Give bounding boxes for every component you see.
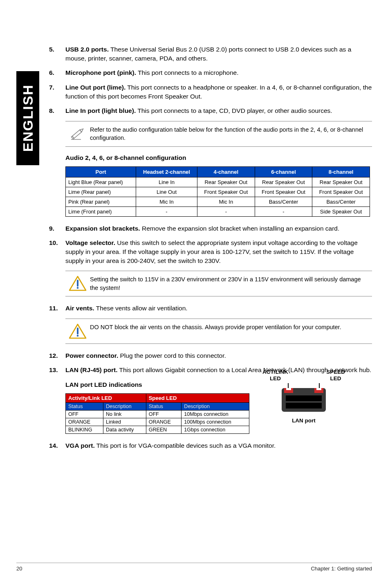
warning-icon: [65, 323, 90, 339]
lan-port-diagram: ACT/LINK LED SPEED LED: [261, 369, 347, 424]
speed-led-label: SPEED LED: [326, 369, 345, 382]
note-text: Refer to the audio configuration table b…: [90, 126, 372, 142]
svg-marker-1: [80, 128, 84, 132]
content-area: 5. USB 2.0 ports. These Universal Serial…: [49, 45, 372, 456]
note-audio-config: Refer to the audio configuration table b…: [65, 121, 372, 147]
page-footer: 20 Chapter 1: Getting started: [16, 563, 372, 572]
rj45-port-icon: [261, 383, 347, 415]
table-row: Light Blue (Rear panel) Line In Rear Spe…: [66, 177, 370, 187]
svg-rect-2: [71, 136, 74, 139]
col-speed: Speed LED: [146, 394, 249, 403]
item-body: Voltage selector. Use this switch to sel…: [65, 238, 372, 265]
table-row: Lime (Front panel) - - - Side Speaker Ou…: [66, 206, 370, 216]
note-text: DO NOT block the air vents on the chassi…: [90, 323, 372, 331]
table-row: Pink (Rear panel) Mic In Mic In Bass/Cen…: [66, 197, 370, 206]
chapter-label: Chapter 1: Getting started: [311, 566, 372, 572]
page-number: 20: [16, 566, 22, 572]
col-4ch: 4-channel: [197, 166, 255, 177]
lan-led-title: LAN port LED indications: [65, 381, 249, 388]
svg-rect-18: [286, 403, 322, 408]
svg-point-9: [77, 334, 79, 337]
act-link-led-label: ACT/LINK LED: [262, 369, 288, 382]
item-body: Expansion slot brackets. Remove the expa…: [65, 224, 372, 233]
item-body: Power connector. Plug the power cord to …: [65, 351, 372, 360]
table-subheader-row: Status Description Status Description: [66, 403, 249, 411]
note-air-vents: DO NOT block the air vents on the chassi…: [65, 319, 372, 344]
note-voltage-warning: Setting the switch to 115V in a 230V env…: [65, 271, 372, 296]
item-number: 7.: [49, 83, 65, 101]
language-tab: ENGLISH: [16, 71, 39, 165]
item-number: 6.: [49, 68, 65, 77]
audio-config-table: Port Headset 2-channel 4-channel 6-chann…: [65, 166, 370, 217]
list-item: 5. USB 2.0 ports. These Universal Serial…: [49, 45, 372, 63]
item-body: Air vents. These vents allow air ventila…: [65, 304, 372, 313]
list-item: 8. Line In port (light blue). This port …: [49, 106, 372, 115]
list-item: 9. Expansion slot brackets. Remove the e…: [49, 224, 372, 233]
list-item: 12. Power connector. Plug the power cord…: [49, 351, 372, 360]
col-8ch: 8-channel: [312, 166, 370, 177]
table-row: BLINKING Data activity GREEN 1Gbps conne…: [66, 426, 249, 434]
svg-rect-17: [286, 395, 322, 401]
list-item: 11. Air vents. These vents allow air ven…: [49, 304, 372, 313]
table-row: Lime (Rear panel) Line Out Front Speaker…: [66, 187, 370, 197]
warning-icon: [65, 275, 90, 292]
table-row: OFF No link OFF 10Mbps connection: [66, 411, 249, 418]
item-number: 10.: [49, 238, 65, 265]
audio-config-title: Audio 2, 4, 6, or 8-channel configuratio…: [65, 154, 372, 162]
list-item: 7. Line Out port (lime). This port conne…: [49, 83, 372, 101]
table-row: ORANGE Linked ORANGE 100Mbps connection: [66, 418, 249, 426]
item-number: 11.: [49, 304, 65, 313]
item-number: 5.: [49, 45, 65, 63]
item-number: 8.: [49, 106, 65, 115]
col-port: Port: [66, 166, 136, 177]
item-number: 14.: [49, 441, 65, 450]
list-item: 6. Microphone port (pink). This port con…: [49, 68, 372, 77]
col-2ch: Headset 2-channel: [136, 166, 197, 177]
lan-port-caption: LAN port: [261, 417, 347, 424]
svg-rect-0: [72, 130, 82, 139]
list-item: 10. Voltage selector. Use this switch to…: [49, 238, 372, 265]
svg-rect-14: [286, 388, 291, 390]
item-number: 12.: [49, 351, 65, 360]
list-item: 14. VGA port. This port is for VGA-compa…: [49, 441, 372, 450]
col-activity-link: Activity/Link LED: [66, 394, 146, 403]
item-number: 13.: [49, 366, 65, 375]
table-header-row: Port Headset 2-channel 4-channel 6-chann…: [66, 166, 370, 177]
note-text: Setting the switch to 115V in a 230V env…: [90, 275, 372, 292]
language-tab-label: ENGLISH: [20, 84, 36, 152]
lan-led-table: Activity/Link LED Speed LED Status Descr…: [65, 393, 249, 434]
col-6ch: 6-channel: [255, 166, 312, 177]
pencil-icon: [65, 126, 90, 142]
item-body: Line Out port (lime). This port connects…: [65, 83, 372, 101]
svg-rect-16: [316, 388, 321, 390]
item-number: 9.: [49, 224, 65, 233]
item-body: USB 2.0 ports. These Universal Serial Bu…: [65, 45, 372, 63]
item-body: Microphone port (pink). This port connec…: [65, 68, 372, 77]
svg-point-6: [77, 287, 79, 289]
item-body: VGA port. This port is for VGA-compatibl…: [65, 441, 372, 450]
table-header-row: Activity/Link LED Speed LED: [66, 394, 249, 403]
item-body: Line In port (light blue). This port con…: [65, 106, 372, 115]
